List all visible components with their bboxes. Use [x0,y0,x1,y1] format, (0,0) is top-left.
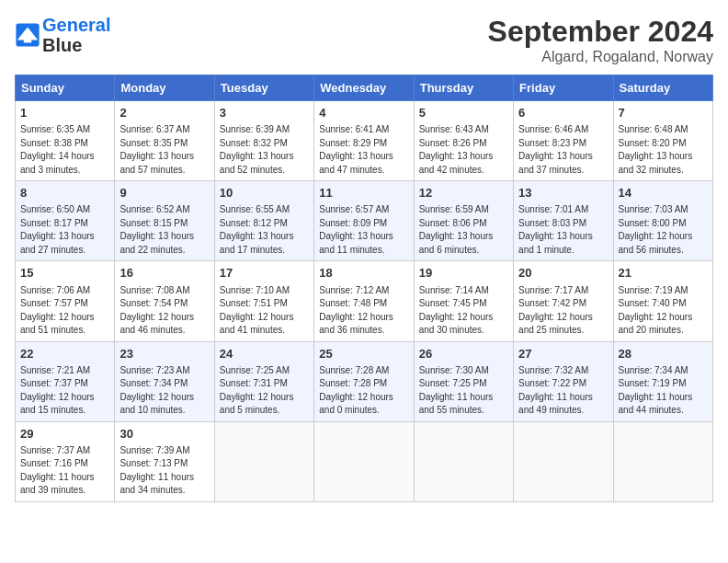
day-number: 13 [518,185,608,201]
day-number: 19 [419,265,508,282]
calendar-cell: 19Sunrise: 7:14 AM Sunset: 7:45 PM Dayli… [414,261,513,341]
day-number: 17 [220,265,309,282]
calendar-cell: 23Sunrise: 7:23 AM Sunset: 7:34 PM Dayli… [115,341,214,421]
day-number: 10 [220,185,309,201]
day-number: 3 [220,105,309,121]
day-detail: Sunrise: 7:23 AM Sunset: 7:34 PM Dayligh… [119,364,209,418]
calendar-cell: 9Sunrise: 6:52 AM Sunset: 8:15 PM Daylig… [115,181,214,261]
day-detail: Sunrise: 7:17 AM Sunset: 7:42 PM Dayligh… [518,284,608,338]
weekday-header: Wednesday [314,75,414,101]
day-number: 28 [619,346,708,362]
day-detail: Sunrise: 7:08 AM Sunset: 7:54 PM Dayligh… [119,284,209,338]
logo-icon [15,22,40,48]
day-detail: Sunrise: 6:46 AM Sunset: 8:23 PM Dayligh… [518,123,608,177]
calendar-cell [514,421,613,501]
calendar-cell: 29Sunrise: 7:37 AM Sunset: 7:16 PM Dayli… [16,421,115,501]
day-number: 6 [518,105,608,121]
day-detail: Sunrise: 7:19 AM Sunset: 7:40 PM Dayligh… [619,284,708,338]
calendar-cell: 10Sunrise: 6:55 AM Sunset: 8:12 PM Dayli… [214,181,313,261]
day-detail: Sunrise: 7:32 AM Sunset: 7:22 PM Dayligh… [518,364,608,418]
calendar-week-row: 22Sunrise: 7:21 AM Sunset: 7:37 PM Dayli… [16,341,713,421]
day-detail: Sunrise: 6:41 AM Sunset: 8:29 PM Dayligh… [319,123,408,177]
day-detail: Sunrise: 7:39 AM Sunset: 7:13 PM Dayligh… [119,444,209,498]
day-detail: Sunrise: 7:12 AM Sunset: 7:48 PM Dayligh… [319,284,408,338]
logo-text: General Blue [42,15,110,55]
day-number: 30 [119,426,209,442]
day-detail: Sunrise: 6:59 AM Sunset: 8:06 PM Dayligh… [419,203,508,257]
month-title: September 2024 [488,15,713,49]
day-number: 21 [619,265,708,282]
day-number: 15 [20,265,109,282]
day-number: 7 [619,105,708,121]
day-number: 14 [619,185,708,201]
calendar-cell [613,421,712,501]
svg-rect-2 [24,36,31,42]
location-title: Algard, Rogaland, Norway [488,49,713,65]
day-number: 27 [518,346,608,362]
calendar-cell: 20Sunrise: 7:17 AM Sunset: 7:42 PM Dayli… [514,261,613,341]
weekday-header: Thursday [414,75,513,101]
day-number: 23 [119,346,209,362]
weekday-header: Monday [115,75,214,101]
calendar-cell: 16Sunrise: 7:08 AM Sunset: 7:54 PM Dayli… [115,261,214,341]
calendar-cell: 30Sunrise: 7:39 AM Sunset: 7:13 PM Dayli… [115,421,214,501]
calendar-week-row: 15Sunrise: 7:06 AM Sunset: 7:57 PM Dayli… [16,261,713,341]
day-detail: Sunrise: 7:03 AM Sunset: 8:00 PM Dayligh… [619,203,708,257]
calendar-cell: 4Sunrise: 6:41 AM Sunset: 8:29 PM Daylig… [314,101,414,181]
day-number: 24 [220,346,309,362]
day-number: 16 [119,265,209,282]
calendar-table: SundayMondayTuesdayWednesdayThursdayFrid… [15,75,713,502]
day-detail: Sunrise: 7:06 AM Sunset: 7:57 PM Dayligh… [20,284,109,338]
day-detail: Sunrise: 7:30 AM Sunset: 7:25 PM Dayligh… [419,364,508,418]
day-number: 25 [319,346,408,362]
calendar-cell: 3Sunrise: 6:39 AM Sunset: 8:32 PM Daylig… [214,101,313,181]
day-number: 22 [20,346,109,362]
day-number: 2 [119,105,209,121]
calendar-cell: 11Sunrise: 6:57 AM Sunset: 8:09 PM Dayli… [314,181,414,261]
calendar-week-row: 8Sunrise: 6:50 AM Sunset: 8:17 PM Daylig… [16,181,713,261]
calendar-cell [414,421,513,501]
calendar-cell: 2Sunrise: 6:37 AM Sunset: 8:35 PM Daylig… [115,101,214,181]
calendar-cell: 26Sunrise: 7:30 AM Sunset: 7:25 PM Dayli… [414,341,513,421]
calendar-cell: 15Sunrise: 7:06 AM Sunset: 7:57 PM Dayli… [16,261,115,341]
calendar-cell [314,421,414,501]
day-detail: Sunrise: 7:28 AM Sunset: 7:28 PM Dayligh… [319,364,408,418]
calendar-header: SundayMondayTuesdayWednesdayThursdayFrid… [16,75,713,101]
day-number: 4 [319,105,408,121]
day-detail: Sunrise: 6:37 AM Sunset: 8:35 PM Dayligh… [119,123,209,177]
day-detail: Sunrise: 7:34 AM Sunset: 7:19 PM Dayligh… [619,364,708,418]
calendar-cell: 7Sunrise: 6:48 AM Sunset: 8:20 PM Daylig… [613,101,712,181]
day-number: 8 [20,185,109,201]
day-number: 26 [419,346,508,362]
day-number: 18 [319,265,408,282]
calendar-cell: 17Sunrise: 7:10 AM Sunset: 7:51 PM Dayli… [214,261,313,341]
day-number: 11 [319,185,408,201]
day-number: 5 [419,105,508,121]
weekday-header: Tuesday [214,75,313,101]
calendar-cell: 13Sunrise: 7:01 AM Sunset: 8:03 PM Dayli… [514,181,613,261]
day-detail: Sunrise: 7:37 AM Sunset: 7:16 PM Dayligh… [20,444,109,498]
day-detail: Sunrise: 6:39 AM Sunset: 8:32 PM Dayligh… [220,123,309,177]
day-number: 1 [20,105,109,121]
day-detail: Sunrise: 6:55 AM Sunset: 8:12 PM Dayligh… [220,203,309,257]
calendar-cell [214,421,313,501]
page-header: General Blue September 2024 Algard, Roga… [15,15,713,65]
day-detail: Sunrise: 7:01 AM Sunset: 8:03 PM Dayligh… [518,203,608,257]
day-detail: Sunrise: 6:48 AM Sunset: 8:20 PM Dayligh… [619,123,708,177]
logo: General Blue [15,15,110,55]
calendar-week-row: 29Sunrise: 7:37 AM Sunset: 7:16 PM Dayli… [16,421,713,501]
calendar-cell: 22Sunrise: 7:21 AM Sunset: 7:37 PM Dayli… [16,341,115,421]
day-number: 9 [119,185,209,201]
calendar-cell: 18Sunrise: 7:12 AM Sunset: 7:48 PM Dayli… [314,261,414,341]
calendar-cell: 27Sunrise: 7:32 AM Sunset: 7:22 PM Dayli… [514,341,613,421]
weekday-header: Sunday [16,75,115,101]
calendar-cell: 24Sunrise: 7:25 AM Sunset: 7:31 PM Dayli… [214,341,313,421]
day-detail: Sunrise: 7:25 AM Sunset: 7:31 PM Dayligh… [220,364,309,418]
day-detail: Sunrise: 7:21 AM Sunset: 7:37 PM Dayligh… [20,364,109,418]
day-detail: Sunrise: 7:14 AM Sunset: 7:45 PM Dayligh… [419,284,508,338]
calendar-cell: 28Sunrise: 7:34 AM Sunset: 7:19 PM Dayli… [613,341,712,421]
calendar-week-row: 1Sunrise: 6:35 AM Sunset: 8:38 PM Daylig… [16,101,713,181]
day-detail: Sunrise: 6:43 AM Sunset: 8:26 PM Dayligh… [419,123,508,177]
title-area: September 2024 Algard, Rogaland, Norway [488,15,713,65]
calendar-cell: 14Sunrise: 7:03 AM Sunset: 8:00 PM Dayli… [613,181,712,261]
